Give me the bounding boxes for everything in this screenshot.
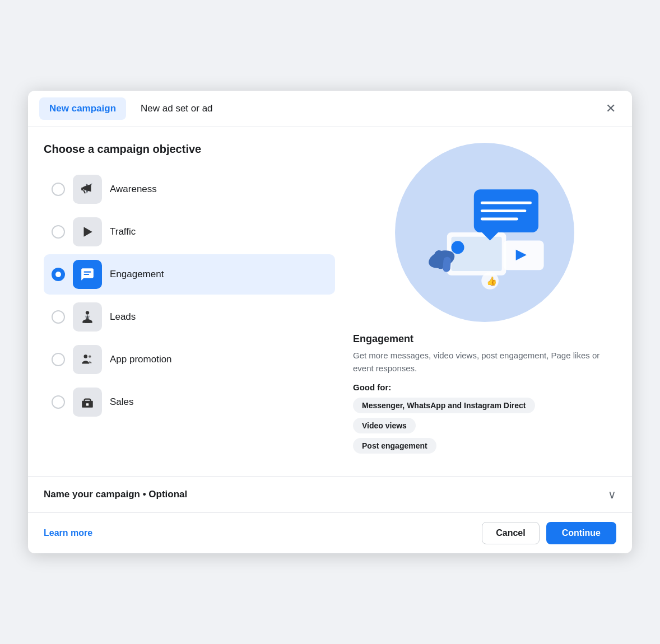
- leads-label: Leads: [110, 311, 136, 323]
- objective-item-awareness[interactable]: Awareness: [44, 169, 335, 209]
- objective-item-engagement[interactable]: Engagement: [44, 254, 335, 295]
- modal-footer: Learn more Cancel Continue: [28, 512, 632, 553]
- modal-header: New campaign New ad set or ad ✕: [28, 91, 632, 127]
- detail-title: Engagement: [353, 333, 616, 345]
- svg-rect-1: [81, 188, 83, 190]
- tag-video-views: Video views: [353, 418, 416, 433]
- awareness-icon-box: [73, 175, 102, 204]
- svg-point-7: [84, 354, 88, 358]
- svg-text:👍: 👍: [486, 276, 498, 286]
- cancel-button[interactable]: Cancel: [482, 522, 539, 544]
- radio-traffic[interactable]: [52, 225, 65, 239]
- sales-icon-box: [73, 388, 102, 417]
- modal-body: Choose a campaign objective: [28, 127, 632, 465]
- left-panel: Choose a campaign objective: [44, 143, 335, 465]
- radio-awareness[interactable]: [52, 183, 65, 196]
- footer-actions: Cancel Continue: [482, 522, 616, 544]
- chevron-down-icon: ∨: [608, 488, 616, 501]
- tag-messenger: Messenger, WhatsApp and Instagram Direct: [353, 398, 535, 413]
- radio-leads[interactable]: [52, 310, 65, 324]
- learn-more-link[interactable]: Learn more: [44, 528, 92, 538]
- right-panel: 👍 Engagement Get more messages, video vi…: [353, 143, 616, 465]
- app-promotion-icon-box: [73, 345, 102, 374]
- svg-marker-3: [84, 227, 92, 236]
- engagement-icon-box: [73, 260, 102, 289]
- name-campaign-label: Name your campaign • Optional: [44, 489, 187, 500]
- svg-rect-11: [86, 403, 89, 405]
- objective-item-app-promotion[interactable]: App promotion: [44, 339, 335, 380]
- detail-description: Get more messages, video views, post eng…: [353, 349, 616, 375]
- section-title: Choose a campaign objective: [44, 143, 335, 156]
- tag-post-engagement: Post engagement: [353, 438, 436, 454]
- svg-line-2: [84, 190, 85, 193]
- close-button[interactable]: ✕: [601, 99, 621, 119]
- awareness-label: Awareness: [110, 184, 157, 195]
- app-promotion-label: App promotion: [110, 354, 172, 365]
- good-for-label: Good for:: [353, 382, 616, 392]
- objective-list: Awareness Traffic: [44, 169, 335, 422]
- leads-icon-box: [73, 302, 102, 332]
- engagement-label: Engagement: [110, 269, 164, 280]
- svg-point-22: [451, 241, 464, 254]
- tab-new-ad-set[interactable]: New ad set or ad: [131, 97, 223, 120]
- tags-container: Messenger, WhatsApp and Instagram Direct…: [353, 398, 616, 454]
- continue-button[interactable]: Continue: [546, 522, 616, 544]
- engagement-illustration: 👍: [395, 143, 574, 322]
- objective-item-traffic[interactable]: Traffic: [44, 212, 335, 252]
- traffic-icon-box: [73, 217, 102, 246]
- radio-engagement[interactable]: [52, 268, 65, 281]
- radio-app-promotion[interactable]: [52, 353, 65, 366]
- objective-item-sales[interactable]: Sales: [44, 382, 335, 422]
- svg-point-8: [89, 355, 91, 357]
- traffic-label: Traffic: [110, 226, 136, 237]
- sales-label: Sales: [110, 396, 134, 408]
- svg-rect-10: [85, 399, 91, 402]
- svg-marker-6: [85, 316, 90, 320]
- objective-item-leads[interactable]: Leads: [44, 297, 335, 337]
- radio-sales[interactable]: [52, 395, 65, 409]
- name-campaign-section[interactable]: Name your campaign • Optional ∨: [28, 476, 632, 512]
- new-campaign-modal: New campaign New ad set or ad ✕ Choose a…: [28, 91, 632, 553]
- tab-new-campaign[interactable]: New campaign: [39, 97, 126, 120]
